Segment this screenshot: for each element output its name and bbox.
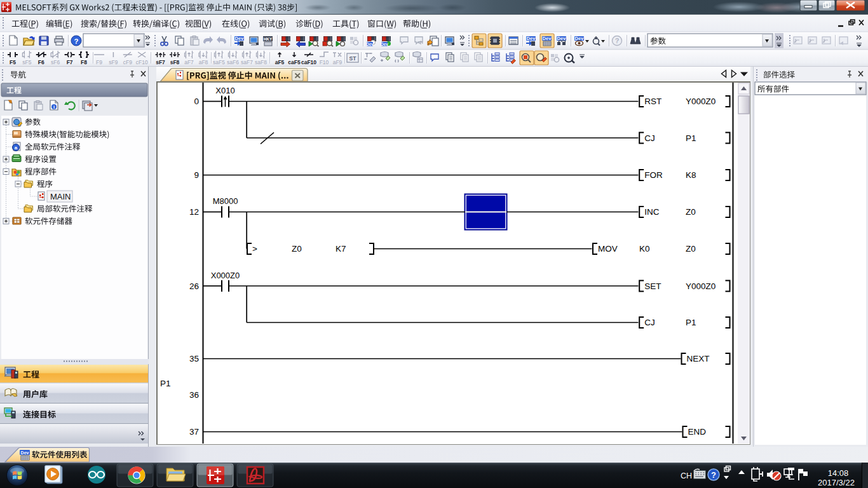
svg-text:Dev: Dev [235, 36, 245, 41]
svg-text:INC: INC [644, 207, 659, 217]
svg-text:Y000Z0: Y000Z0 [686, 281, 715, 291]
svg-text:F6: F6 [38, 59, 44, 65]
svg-text:14:08: 14:08 [828, 468, 849, 478]
svg-text:sF5: sF5 [22, 59, 31, 65]
svg-text:SET: SET [644, 281, 661, 291]
svg-text:Z0: Z0 [686, 244, 696, 254]
svg-text:M8000: M8000 [213, 196, 238, 206]
svg-text:saF5: saF5 [213, 59, 225, 65]
svg-text:saF7: saF7 [241, 59, 253, 65]
svg-text:37: 37 [189, 427, 199, 437]
svg-text:36: 36 [189, 390, 199, 400]
svg-text:>: > [252, 244, 257, 254]
svg-text:P1: P1 [686, 133, 696, 143]
svg-text:sF9: sF9 [109, 59, 118, 65]
svg-text:Dev: Dev [543, 36, 552, 41]
svg-text:caF5: caF5 [288, 59, 301, 65]
svg-text:2017/3/22: 2017/3/22 [818, 478, 855, 487]
svg-text:MAIN: MAIN [50, 192, 71, 201]
svg-text:?: ? [615, 37, 620, 44]
svg-text:F8: F8 [81, 59, 87, 65]
svg-text:K8: K8 [686, 170, 696, 180]
svg-text:aF5: aF5 [275, 59, 285, 65]
svg-text:F9: F9 [96, 59, 102, 65]
svg-text:Z0: Z0 [686, 207, 696, 217]
svg-text:9: 9 [194, 170, 199, 180]
svg-text:RST: RST [644, 97, 661, 106]
svg-text:MOV: MOV [598, 244, 618, 254]
svg-text:K7: K7 [336, 244, 346, 254]
svg-text:?: ? [711, 470, 716, 480]
svg-text:F5: F5 [10, 59, 16, 65]
svg-text:aF8: aF8 [199, 59, 208, 65]
svg-text:F10: F10 [320, 59, 329, 65]
svg-text:saF8: saF8 [255, 59, 267, 65]
svg-text:CJ: CJ [644, 318, 654, 327]
svg-text:a: a [15, 145, 18, 151]
svg-text:FOR: FOR [644, 170, 663, 180]
svg-text:Dev: Dev [575, 36, 585, 41]
svg-text:saF6: saF6 [227, 59, 239, 65]
svg-text:CJ: CJ [644, 133, 654, 143]
svg-text:Y000Z0: Y000Z0 [686, 97, 715, 106]
svg-text:P1: P1 [686, 318, 696, 327]
svg-text:cF10: cF10 [136, 59, 148, 65]
svg-text:sF8: sF8 [170, 59, 180, 65]
svg-text:HKY: HKY [264, 37, 273, 41]
svg-text:Dev: Dev [381, 42, 388, 46]
svg-text:K0: K0 [639, 244, 650, 254]
svg-text:cF9: cF9 [123, 59, 132, 65]
svg-text:ST: ST [349, 55, 357, 62]
svg-text:aF7: aF7 [184, 59, 194, 65]
svg-text:aF9: aF9 [333, 59, 342, 65]
svg-text:i: i [53, 104, 55, 110]
svg-text:0: 0 [194, 97, 199, 106]
svg-text:caF10: caF10 [301, 59, 316, 65]
svg-text:X010: X010 [215, 86, 234, 95]
svg-text:END: END [688, 427, 707, 437]
svg-text:Dev: Dev [527, 36, 536, 41]
svg-text:sF6: sF6 [51, 59, 60, 65]
svg-text:sF7: sF7 [156, 59, 165, 65]
svg-text:NEXT: NEXT [687, 354, 710, 363]
svg-text:35: 35 [189, 354, 199, 363]
svg-text:P1: P1 [160, 379, 171, 388]
svg-text:12: 12 [189, 207, 199, 217]
svg-text:26: 26 [189, 281, 199, 291]
svg-text:X000Z0: X000Z0 [211, 271, 240, 280]
svg-text:Z0: Z0 [292, 244, 302, 254]
svg-text:CH: CH [681, 471, 692, 480]
svg-text:F7: F7 [67, 59, 73, 65]
svg-text:Dev: Dev [21, 451, 29, 455]
svg-text:Dev: Dev [366, 42, 374, 46]
svg-text:?: ? [74, 37, 78, 45]
